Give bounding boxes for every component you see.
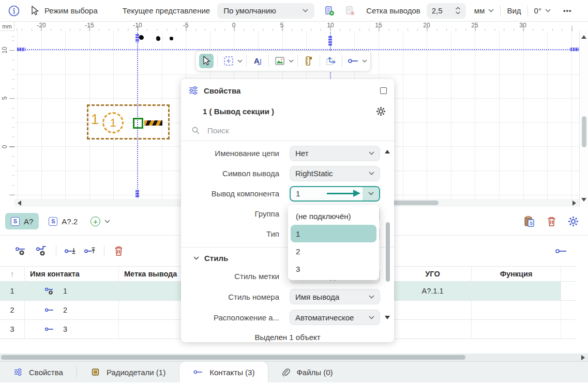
canvas-vertical-scrollbar[interactable]: [579, 31, 588, 207]
move-contact-down-button[interactable]: [63, 243, 78, 259]
current-view-select[interactable]: По умолчанию: [217, 3, 314, 19]
panel-scroll-up-arrow[interactable]: [385, 150, 390, 153]
settings-gear-icon[interactable]: [568, 216, 579, 227]
delete-icon[interactable]: [547, 216, 556, 227]
guide-handle[interactable]: [135, 34, 139, 42]
chevron-down-icon[interactable]: [362, 59, 367, 63]
section-pin-circle[interactable]: 1: [102, 112, 124, 133]
name-column-header[interactable]: Имя контакта: [25, 267, 119, 281]
bottom-tab-bar: Свойства Радиодетали (1) Контакты (3) Фа…: [0, 361, 588, 382]
pin-symbol-select[interactable]: RightStatic: [290, 166, 380, 181]
pin-grid-stepper[interactable]: 2,5: [427, 3, 466, 19]
horizontal-guide-line[interactable]: [17, 49, 578, 50]
image-tool-button[interactable]: [273, 54, 287, 68]
add-view-icon[interactable]: [323, 4, 336, 18]
func-cell[interactable]: [472, 282, 561, 300]
rotation-select[interactable]: 0°: [534, 6, 551, 15]
contact-name: 3: [63, 325, 67, 333]
guide-handle[interactable]: [17, 48, 25, 51]
dropdown-option-selected[interactable]: 1: [291, 225, 376, 242]
ruler-label: -15: [85, 22, 94, 29]
func-cell[interactable]: [472, 320, 561, 338]
scrollbar-thumb[interactable]: [1, 355, 465, 360]
pin-display-icon[interactable]: [555, 248, 575, 255]
attr-placement-select[interactable]: Автоматическое: [290, 310, 380, 325]
func-column-header[interactable]: Функция: [472, 267, 561, 281]
panel-scroll-down-arrow[interactable]: [385, 316, 390, 319]
component-pin-select[interactable]: 1: [290, 186, 380, 202]
section-tab-a2[interactable]: S A?.2: [43, 213, 83, 229]
select-tool-button[interactable]: [199, 54, 214, 68]
section-tab-a1[interactable]: S A?: [5, 213, 39, 229]
field-row: Стиль номера Имя вывода: [181, 286, 394, 307]
panel-scrollbar-thumb[interactable]: [386, 222, 390, 282]
row-number: 2: [0, 301, 25, 319]
text-tool-button[interactable]: A: [250, 54, 265, 68]
ruler-label: 10: [1, 47, 8, 53]
sort-column-header[interactable]: ↑: [0, 267, 25, 281]
scroll-right-arrow[interactable]: [572, 201, 576, 206]
dropdown-option[interactable]: 2: [291, 242, 376, 260]
contact-name-cell[interactable]: 3: [25, 320, 119, 338]
gear-icon[interactable]: [376, 106, 386, 116]
selected-pin-line[interactable]: [144, 120, 162, 126]
guide-handle[interactable]: [570, 48, 579, 51]
guide-handle[interactable]: [135, 190, 139, 198]
tab-files[interactable]: Файлы (0): [268, 362, 346, 383]
contact-name-cell[interactable]: 2: [25, 301, 119, 319]
add-section-button[interactable]: +: [91, 217, 100, 226]
tab-parts[interactable]: Радиодетали (1): [77, 362, 179, 383]
svg-text:S: S: [530, 221, 533, 226]
measure-tool-button[interactable]: [301, 54, 316, 68]
component-pin-dropdown: (не подключён) 1 2 3: [288, 205, 379, 280]
tab-contacts[interactable]: Контакты (3): [179, 361, 268, 382]
delete-contact-button[interactable]: [111, 243, 126, 259]
move-origin-tool-button[interactable]: [324, 54, 338, 68]
ugo-column-header[interactable]: УГО: [394, 267, 472, 281]
paste-symbol-icon[interactable]: S: [524, 215, 535, 227]
shape-tool-button[interactable]: [221, 54, 236, 68]
contact-name-cell[interactable]: 1: [25, 282, 119, 300]
info-icon[interactable]: [7, 4, 21, 18]
bottom-horizontal-scrollbar[interactable]: [0, 353, 588, 361]
search-field[interactable]: Поиск: [181, 120, 394, 141]
delete-view-icon[interactable]: [343, 4, 357, 18]
guide-handle[interactable]: [328, 36, 332, 45]
panel-header: Свойства: [181, 79, 394, 102]
object-title: 1 ( Вывод секции ): [203, 107, 376, 116]
chevron-down-icon[interactable]: [289, 59, 294, 63]
dropdown-option[interactable]: 3: [291, 260, 376, 278]
field-label: Стиль номера: [186, 292, 279, 301]
scroll-right-arrow[interactable]: [581, 355, 585, 360]
select-mode-cursor-icon[interactable]: [28, 4, 41, 18]
view-menu[interactable]: Вид: [507, 6, 521, 15]
pin-panel-icon[interactable]: [380, 87, 387, 94]
scroll-up-arrow[interactable]: [581, 35, 586, 39]
unit-select[interactable]: мм: [474, 6, 494, 15]
ugo-cell[interactable]: [394, 301, 472, 319]
ugo-cell[interactable]: A?.1.1: [394, 282, 472, 300]
chevron-down-icon[interactable]: [237, 59, 243, 63]
scroll-left-arrow[interactable]: [18, 201, 21, 206]
more-options-icon[interactable]: •••: [563, 7, 572, 14]
add-bus-contact-button[interactable]: [34, 243, 50, 259]
paperclip-icon: [282, 368, 290, 377]
field-value: 1: [291, 189, 325, 198]
chevron-down-icon[interactable]: [104, 220, 110, 223]
tab-label: Радиодетали (1): [107, 368, 165, 377]
tab-properties[interactable]: Свойства: [0, 362, 77, 383]
pin-connection-point[interactable]: [133, 118, 143, 129]
net-naming-select[interactable]: Нет: [290, 146, 380, 161]
pin-tool-button[interactable]: [346, 54, 360, 68]
stepper-icon[interactable]: [455, 7, 461, 14]
scrollbar-thumb[interactable]: [582, 116, 586, 147]
func-cell[interactable]: [472, 301, 561, 319]
pin-icon: [348, 57, 359, 65]
add-contact-button[interactable]: [13, 243, 29, 259]
scroll-down-arrow[interactable]: [581, 198, 586, 202]
chevron-box[interactable]: [363, 187, 379, 201]
number-style-select[interactable]: Имя вывода: [290, 289, 380, 304]
move-contact-up-button[interactable]: [82, 243, 98, 259]
dropdown-option[interactable]: (не подключён): [291, 207, 376, 225]
ugo-cell[interactable]: [394, 320, 472, 338]
